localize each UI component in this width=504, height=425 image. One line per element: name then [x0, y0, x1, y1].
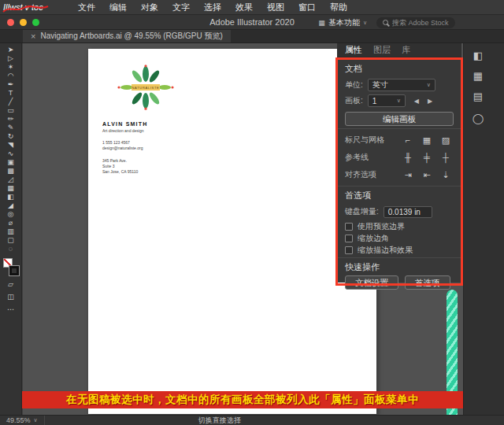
menu-type[interactable]: 文字 — [165, 0, 197, 15]
watermark-scribble — [2, 3, 50, 14]
width-tool[interactable]: ∿ — [0, 150, 21, 158]
type-tool[interactable]: T — [0, 89, 21, 98]
libraries-panel-icon[interactable]: ▤ — [471, 90, 485, 104]
rulers-grids-row: 标尺与网格 ⌐ ▦ ▨ — [345, 131, 454, 149]
graph-tool[interactable]: ▥ — [0, 227, 21, 236]
scale-tool[interactable]: ◥ — [0, 141, 21, 150]
stroke-swatch[interactable] — [9, 266, 19, 275]
direct-selection-tool[interactable]: ▷ — [0, 54, 21, 63]
document-tab[interactable]: × Navigating Artboards.ai @ 49.55% (RGB/… — [23, 30, 231, 42]
document-setup-button[interactable]: 文档设置 — [345, 275, 398, 290]
tab-layers[interactable]: 图层 — [373, 44, 391, 56]
watermark: Illwst v toc — [3, 2, 71, 12]
snap-to-pixel-icon[interactable]: ⇥ — [400, 168, 416, 181]
artboard-label: 画板: — [345, 95, 363, 106]
scale-corners-option: 缩放边角 — [345, 233, 454, 243]
minimize-window-button[interactable] — [20, 19, 27, 26]
divider — [337, 257, 461, 258]
tab-properties[interactable]: 属性 — [345, 44, 362, 56]
snap-to-glyph-icon[interactable]: ⇣ — [438, 168, 454, 181]
artboard-tool[interactable]: ▢ — [0, 236, 21, 245]
pen-tool[interactable]: ✒ — [0, 80, 21, 89]
tab-libraries[interactable]: 库 — [402, 44, 410, 56]
color-panel-icon[interactable]: ◧ — [471, 49, 485, 63]
paintbrush-tool[interactable]: ✏ — [0, 115, 21, 124]
lock-guides-icon[interactable]: ╪ — [419, 151, 435, 164]
edit-artboards-button[interactable]: 编辑画板 — [345, 112, 454, 126]
status-bar: 49.55% ∨ 切换直接选择 — [0, 415, 504, 425]
keyboard-increment-input[interactable]: 0.0139 in — [384, 206, 432, 218]
preferences-button[interactable]: 首选项 — [405, 275, 450, 290]
zoom-window-button[interactable] — [32, 19, 39, 26]
shape-builder-tool[interactable]: ▩ — [0, 167, 21, 176]
blend-tool[interactable]: ◎ — [0, 210, 21, 219]
ruler-icon[interactable]: ⌐ — [400, 134, 416, 146]
grid-icon[interactable]: ▦ — [419, 134, 435, 146]
preview-bounds-checkbox[interactable] — [345, 223, 353, 231]
menu-object[interactable]: 对象 — [134, 0, 165, 15]
swatches-panel-icon[interactable]: ▦ — [471, 69, 485, 83]
right-dock: ≡ ◧ ▦ ▤ ◯ — [463, 30, 504, 415]
zoom-select[interactable]: 49.55% ∨ — [0, 416, 45, 425]
units-select[interactable]: 英寸 ∨ — [368, 79, 435, 91]
lasso-tool[interactable]: ◠ — [0, 72, 21, 80]
menu-file[interactable]: 文件 — [71, 0, 102, 15]
search-input[interactable] — [392, 19, 449, 27]
close-window-button[interactable] — [7, 19, 14, 26]
artboard-number: 1 — [372, 97, 377, 105]
eyedropper-tool[interactable]: ◢ — [0, 201, 21, 210]
menu-help[interactable]: 帮助 — [323, 0, 354, 15]
draw-mode-icon[interactable]: ▱ — [8, 280, 13, 288]
free-transform-tool[interactable]: ▣ — [0, 158, 21, 167]
magic-wand-tool[interactable]: ✶ — [0, 63, 21, 72]
perspective-grid-tool[interactable]: ◿ — [0, 176, 21, 184]
fill-stroke-swatches[interactable] — [3, 258, 19, 275]
screen-mode-icon[interactable]: ◫ — [7, 293, 14, 301]
smart-guides-icon[interactable]: ┼ — [438, 151, 454, 164]
quick-actions-title: 快速操作 — [345, 261, 454, 273]
units-value: 英寸 — [372, 79, 388, 91]
pencil-tool[interactable]: ✎ — [0, 124, 21, 132]
artboard-page: NATURALISTE ALVIN SMITH Art direction an… — [88, 49, 376, 414]
sync-icon[interactable]: ◯ — [471, 112, 485, 126]
guides-icon[interactable]: ╫ — [400, 151, 416, 164]
menu-view[interactable]: 视图 — [260, 0, 291, 15]
workspace-switcher[interactable]: ▦ 基本功能 ∨ — [318, 17, 367, 28]
rectangle-tool[interactable]: ▭ — [0, 106, 21, 115]
scale-strokes-label: 缩放描边和效果 — [358, 245, 413, 256]
menu-window[interactable]: 窗口 — [291, 0, 323, 15]
divider — [337, 186, 461, 187]
artboard-row: 画板: 1 ∨ ◀ ▶ — [345, 93, 454, 109]
prev-artboard-button[interactable]: ◀ — [414, 98, 419, 105]
guides-label: 参考线 — [345, 152, 392, 163]
logo-graphic: NATURALISTE — [117, 65, 175, 110]
menu-edit[interactable]: 编辑 — [102, 0, 134, 15]
rotate-tool[interactable]: ↻ — [0, 132, 21, 141]
artboard-select[interactable]: 1 ∨ — [368, 94, 406, 107]
search-icon — [383, 20, 388, 25]
chevron-down-icon: ∨ — [397, 98, 401, 104]
stock-search[interactable] — [376, 17, 455, 28]
close-tab-icon[interactable]: × — [31, 31, 35, 41]
snap-to-point-icon[interactable]: ⇤ — [419, 168, 435, 181]
scale-corners-checkbox[interactable] — [345, 235, 353, 242]
mesh-tool[interactable]: ▦ — [0, 184, 21, 193]
menu-effect[interactable]: 效果 — [228, 0, 260, 15]
contact-phone: 1 555 123 4567 — [102, 140, 147, 146]
gradient-tool[interactable]: ◧ — [0, 193, 21, 201]
zoom-tool[interactable]: ◌ — [0, 245, 21, 253]
window-controls — [7, 19, 45, 26]
line-segment-tool[interactable]: ╱ — [0, 98, 21, 106]
transparency-grid-icon[interactable]: ▨ — [438, 134, 454, 146]
document-tab-label: Navigating Artboards.ai @ 49.55% (RGB/GP… — [40, 31, 222, 42]
preview-bounds-option: 使用预览边界 — [345, 221, 454, 231]
next-artboard-button[interactable]: ▶ — [428, 98, 432, 105]
menu-select[interactable]: 选择 — [197, 0, 228, 15]
contact-name: ALVIN SMITH — [102, 121, 147, 127]
more-icon[interactable]: ⋯ — [7, 305, 14, 313]
selection-tool[interactable]: ➤ — [0, 46, 21, 54]
workspace-grid-icon: ▦ — [318, 19, 325, 27]
snap-options-label: 对齐选项 — [345, 169, 392, 180]
symbol-sprayer-tool[interactable]: ⌀ — [0, 219, 21, 227]
scale-strokes-checkbox[interactable] — [345, 246, 353, 254]
